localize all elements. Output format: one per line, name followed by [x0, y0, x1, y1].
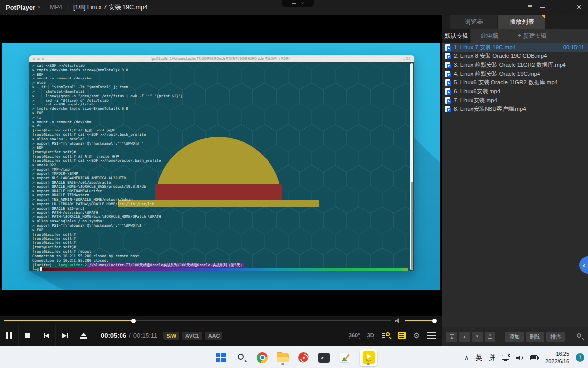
minimize-icon: [540, 7, 545, 8]
terminal-app-button[interactable]: >_: [318, 350, 330, 365]
3d-button[interactable]: 3D: [368, 332, 374, 339]
pause-icon: [6, 332, 12, 339]
playlist-item-duration: 00:15:11: [564, 44, 584, 50]
pin-button[interactable]: [524, 0, 536, 15]
terminal-icon: >_: [318, 353, 330, 363]
playlist-item[interactable]: 2. Linux 8 安装 Oracle 19C CDB.mp4: [442, 52, 588, 60]
previous-button[interactable]: [37, 325, 56, 346]
album-new[interactable]: + 新建专辑: [509, 29, 556, 43]
seek-progress: [4, 320, 134, 321]
tray-expand-chevron[interactable]: ∧: [465, 354, 469, 361]
playlist-item[interactable]: 7. Linux安装.mp4: [442, 96, 588, 105]
playlist-item-label: 5. Linux6 安装 Oracle 11GR2 数据库.mp4: [454, 79, 582, 86]
main-menu-button[interactable]: [427, 332, 436, 339]
tray-date: 2022/6/16: [545, 358, 569, 365]
playlist-toggle-button[interactable]: [398, 332, 406, 339]
seek-bar[interactable]: [4, 320, 391, 321]
current-time: 00:05:06: [101, 332, 126, 339]
minimize-button[interactable]: [536, 0, 548, 15]
image-editor-button[interactable]: [338, 350, 351, 365]
time-display: 00:05:06 / 00:15:11: [101, 332, 157, 339]
delete-button[interactable]: 删除: [526, 332, 544, 342]
time-separator: /: [129, 332, 131, 339]
battery-icon[interactable]: [530, 355, 539, 360]
video-file-icon: [445, 88, 451, 95]
settings-button[interactable]: ⚙: [413, 332, 420, 340]
volume-icon[interactable]: [395, 318, 401, 323]
start-button[interactable]: [215, 350, 227, 365]
move-down-button[interactable]: ▼: [472, 332, 483, 342]
clock[interactable]: 16:25 2022/6/16: [545, 350, 569, 365]
terminal-title: lpc@Lucifer-2:/Volumes/Lucifer-T7/100天精通…: [151, 57, 292, 61]
playlist-item[interactable]: 4. Linux 静默安装 Oracle 19C.mp4: [442, 69, 588, 78]
move-bottom-button[interactable]: ▼: [485, 332, 495, 342]
seek-thumb[interactable]: [131, 319, 136, 323]
prompt-user: lpc@Lucifer-2: [58, 263, 87, 267]
next-button[interactable]: [56, 325, 74, 346]
terminal-body: > cat <<EOF >>/etc/fstab > tmpfs /dev/sh…: [29, 62, 414, 271]
tab-playlist[interactable]: 播放列表: [498, 15, 545, 29]
playlist-item[interactable]: 5. Linux6 安装 Oracle 11GR2 数据库.mp4: [442, 78, 588, 87]
snail-icon: [298, 352, 309, 363]
pause-button[interactable]: [0, 325, 19, 346]
potplayer-taskbar-button[interactable]: Player: [359, 350, 378, 365]
chrome-icon: [257, 352, 268, 363]
move-up-button[interactable]: ▲: [459, 332, 470, 342]
playlist-item[interactable]: 3. Linux 静默安装 Oracle 11GR2 数据库.mp4: [442, 60, 588, 69]
player-control-bar: 00:05:06 / 00:15:11 S/W AVC1 AAC 360° 3D…: [0, 316, 442, 346]
render-mode-badge[interactable]: S/W: [163, 332, 179, 340]
network-display-icon[interactable]: [502, 354, 510, 361]
playlist-search-button[interactable]: [576, 333, 584, 341]
add-button[interactable]: 添加: [505, 332, 524, 342]
search-scene-button[interactable]: [382, 332, 391, 339]
image-editor-icon: [340, 353, 349, 363]
notch-minimize-icon[interactable]: [292, 3, 296, 4]
top-center-handle[interactable]: ˅: [282, 0, 314, 7]
ime-language-indicator[interactable]: 英: [475, 353, 482, 362]
restore-button[interactable]: [548, 0, 561, 15]
audio-codec-badge[interactable]: AAC: [205, 332, 223, 340]
volume-slider[interactable]: [405, 320, 434, 321]
window-controls: ×: [524, 0, 585, 15]
volume-thumb[interactable]: [432, 319, 437, 323]
notch-chevron-icon[interactable]: ˅: [301, 2, 304, 6]
terminal-output: > cat <<EOF >>/etc/fstab > tmpfs /dev/sh…: [32, 64, 183, 263]
terminal-cursor: [40, 267, 42, 271]
transport-buttons-row: 00:05:06 / 00:15:11 S/W AVC1 AAC 360° 3D…: [0, 325, 442, 346]
tab-browser[interactable]: 浏览器: [450, 15, 497, 29]
playlist-items: 1. Linux 7 安装 19C.mp4 00:15:11 2. Linux …: [442, 43, 588, 327]
move-top-button[interactable]: ▲: [446, 332, 457, 342]
playlist-item[interactable]: 6. Linux6安装.mp4: [442, 87, 588, 96]
vr-360-button[interactable]: 360°: [349, 332, 360, 339]
album-this-pc[interactable]: 此电脑: [471, 29, 509, 43]
app-menu-chevron-icon[interactable]: ˅: [38, 5, 40, 10]
album-tabs: 默认专辑 此电脑 + 新建专辑: [442, 29, 588, 43]
stop-icon: [25, 333, 30, 338]
stop-button[interactable]: [19, 325, 37, 346]
speaker-icon[interactable]: [516, 355, 524, 361]
next-icon: [62, 333, 68, 338]
fullscreen-button[interactable]: [561, 0, 573, 15]
video-display-area[interactable]: lpc@Lucifer-2:/Volumes/Lucifer-T7/100天精通…: [0, 15, 442, 316]
running-indicator: [281, 363, 284, 365]
close-button[interactable]: ×: [573, 0, 585, 15]
playlist-item[interactable]: 8. Linux安装NBU客户端.mp4: [442, 105, 588, 113]
playlist-item[interactable]: 1. Linux 7 安装 19C.mp4 00:15:11: [442, 43, 588, 52]
app-name[interactable]: PotPlayer: [6, 4, 35, 11]
codec-badges: S/W AVC1 AAC: [163, 332, 222, 340]
eject-button[interactable]: [74, 325, 93, 346]
snail-app-button[interactable]: [297, 350, 310, 365]
chrome-button[interactable]: [256, 350, 269, 365]
album-default[interactable]: 默认专辑: [442, 29, 471, 43]
file-explorer-button[interactable]: [276, 350, 289, 365]
scrollbar-thumb[interactable]: [411, 182, 413, 270]
sort-button[interactable]: 排序: [546, 332, 565, 342]
taskbar-search-button[interactable]: [235, 350, 248, 365]
video-codec-badge[interactable]: AVC1: [182, 332, 202, 340]
notification-badge[interactable]: 1: [576, 353, 584, 362]
video-file-icon: [445, 44, 451, 51]
taskbar-center-icons: >_ Player: [215, 346, 378, 368]
terminal-scrollbar[interactable]: [410, 63, 413, 270]
video-file-icon: [445, 97, 451, 104]
ime-mode-indicator[interactable]: 拼: [489, 353, 495, 362]
